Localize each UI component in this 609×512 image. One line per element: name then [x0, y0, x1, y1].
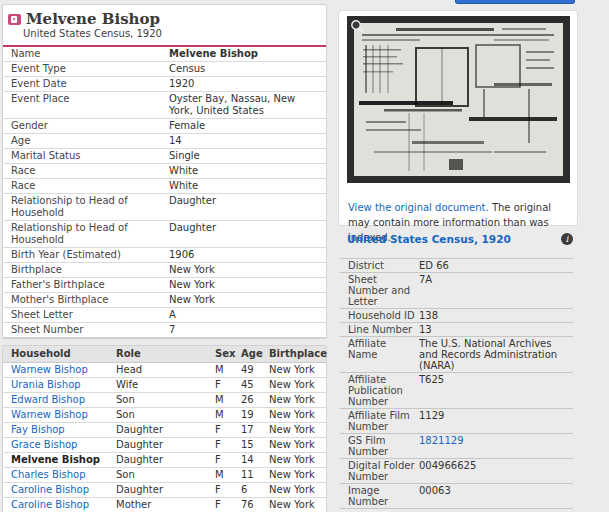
member-age: 6 [241, 484, 269, 496]
detail-row: Marital StatusSingle [3, 149, 326, 164]
member-role: Daughter [116, 484, 215, 496]
member-birthplace: New York [269, 484, 324, 496]
page-title: Melvene Bishop [26, 11, 160, 27]
detail-label: Sheet Number [11, 324, 169, 336]
member-birthplace: New York [269, 394, 324, 406]
detail-value: Daughter [169, 222, 318, 246]
detail-value: Oyster Bay, Nassau, New York, United Sta… [169, 93, 318, 117]
member-role: Daughter [116, 424, 215, 436]
detail-label: Relationship to Head of Household [11, 222, 169, 246]
detail-row: Relationship to Head of HouseholdDaughte… [3, 221, 326, 248]
detail-row: Event PlaceOyster Bay, Nassau, New York,… [3, 92, 326, 119]
member-birthplace: New York [269, 409, 324, 421]
member-birthplace: New York [269, 364, 324, 376]
detail-value: Melvene Bishop [169, 48, 318, 60]
member-age: 11 [241, 469, 269, 481]
member-age: 76 [241, 499, 269, 511]
detail-row: Event TypeCensus [3, 62, 326, 77]
household-member-link[interactable]: Urania Bishop [11, 379, 81, 390]
member-sex: F [215, 454, 241, 466]
column-header: Birthplace [269, 348, 327, 360]
citation-value: 1129 [419, 410, 573, 432]
member-sex: F [215, 439, 241, 451]
record-collection-subtitle: United States Census, 1920 [23, 28, 318, 40]
record-header: Melvene Bishop United States Census, 192… [3, 5, 326, 47]
member-role: Son [116, 409, 215, 421]
household-member-link[interactable]: Fay Bishop [11, 424, 65, 435]
citation-label: Image Number [348, 485, 419, 507]
detail-label: Name [11, 48, 169, 60]
member-role: Son [116, 394, 215, 406]
detail-value: New York [169, 294, 318, 306]
citation-label: Digital Folder Number [348, 460, 419, 482]
household-member-link[interactable]: Warnew Bishop [11, 364, 88, 375]
citation-row: Affiliate Film Number1129 [340, 409, 573, 434]
gs-film-number-link[interactable]: 1821129 [419, 435, 464, 446]
household-member-link[interactable]: Edward Bishop [11, 394, 85, 405]
detail-value: White [169, 180, 318, 192]
household-member-link[interactable]: Warnew Bishop [11, 409, 88, 420]
household-row: Caroline BishopMotherF76New York [3, 498, 326, 512]
citation-label: Affiliate Name [348, 338, 419, 371]
view-original-link[interactable]: View the original document. [348, 202, 489, 213]
detail-label: Race [11, 180, 169, 192]
member-sex: F [215, 424, 241, 436]
detail-value: White [169, 165, 318, 177]
census-document-preview [354, 23, 563, 176]
detail-row: Event Date1920 [3, 77, 326, 92]
member-sex: F [215, 484, 241, 496]
detail-label: Birth Year (Estimated) [11, 249, 169, 261]
household-row-focal: Melvene BishopDaughterF14New York [3, 453, 326, 468]
detail-row: NameMelvene Bishop [3, 47, 326, 62]
citation-value: 13 [419, 324, 573, 335]
detail-row: Sheet Number7 [3, 323, 326, 338]
top-action-button-partial[interactable] [455, 0, 575, 4]
female-record-icon [8, 14, 21, 25]
detail-value: Daughter [169, 195, 318, 219]
detail-label: Birthplace [11, 264, 169, 276]
household-member-link[interactable]: Caroline Bishop [11, 499, 89, 510]
household-member-link[interactable]: Caroline Bishop [11, 484, 89, 495]
info-icon[interactable]: i [561, 233, 573, 245]
magnifier-icon [350, 19, 364, 33]
collection-title-link[interactable]: United States Census, 1920 [347, 233, 511, 245]
member-age: 15 [241, 439, 269, 451]
member-birthplace: New York [269, 454, 324, 466]
member-birthplace: New York [269, 499, 324, 511]
member-age: 19 [241, 409, 269, 421]
member-birthplace: New York [269, 439, 324, 451]
member-age: 45 [241, 379, 269, 391]
detail-row: Birth Year (Estimated)1906 [3, 248, 326, 263]
citation-label: District [348, 260, 419, 271]
citation-label: Line Number [348, 324, 419, 335]
column-header: Household [11, 348, 116, 360]
member-role: Daughter [116, 439, 215, 451]
record-detail-column: Melvene Bishop United States Census, 192… [2, 4, 327, 512]
detail-label: Sheet Letter [11, 309, 169, 321]
citation-row: Line Number13 [340, 323, 573, 337]
citation-table: DistrictED 66 Sheet Number and Letter7A … [340, 258, 573, 509]
member-role: Wife [116, 379, 215, 391]
detail-value: 14 [169, 135, 318, 147]
detail-row: Relationship to Head of HouseholdDaughte… [3, 194, 326, 221]
household-row: Grace BishopDaughterF15New York [3, 438, 326, 453]
detail-row: Father's BirthplaceNew York [3, 278, 326, 293]
household-member-link[interactable]: Grace Bishop [11, 439, 77, 450]
citation-row: Sheet Number and Letter7A [340, 273, 573, 309]
document-thumbnail[interactable] [347, 16, 570, 183]
detail-row: Sheet LetterA [3, 308, 326, 323]
document-image-card: View the original document. The original… [338, 10, 578, 226]
focal-member-name: Melvene Bishop [11, 454, 100, 465]
household-header-row: Household Role Sex Age Birthplace [3, 346, 326, 363]
household-member-link[interactable]: Charles Bishop [11, 469, 86, 480]
detail-value: 7 [169, 324, 318, 336]
detail-label: Race [11, 165, 169, 177]
household-row: Caroline BishopDaughterF6New York [3, 483, 326, 498]
detail-value: 1906 [169, 249, 318, 261]
citation-row: Affiliate Publication NumberT625 [340, 373, 573, 409]
household-row: Warnew BishopSonM19New York [3, 408, 326, 423]
citation-value: 00063 [419, 485, 573, 507]
member-role: Daughter [116, 454, 215, 466]
member-age: 14 [241, 454, 269, 466]
detail-row: GenderFemale [3, 119, 326, 134]
